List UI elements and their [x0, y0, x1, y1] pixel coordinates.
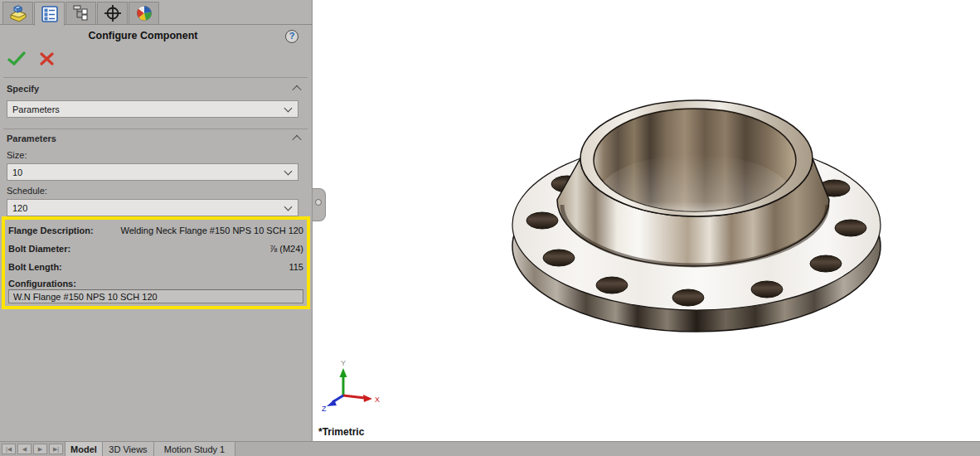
tab-nav-buttons: |◀ ◀ ▶ ▶|	[2, 444, 63, 454]
section-specify-label: Specify	[7, 84, 39, 94]
schedule-label: Schedule:	[7, 186, 47, 196]
configurations-label: Configurations:	[8, 279, 76, 289]
flange-description-row: Flange Description: Welding Neck Flange …	[8, 222, 303, 239]
last-tab-button[interactable]: ▶|	[49, 444, 63, 454]
bolt-length-label: Bolt Length:	[8, 262, 62, 272]
bolt-diameter-value: ⅞ (M24)	[269, 244, 303, 254]
next-tab-button[interactable]: ▶	[33, 444, 47, 454]
specify-dropdown[interactable]: Parameters	[7, 100, 298, 118]
display-sphere-icon	[135, 4, 153, 22]
tab-model[interactable]: Model	[65, 442, 103, 456]
bottom-tab-bar: |◀ ◀ ▶ ▶| Model 3D Views Motion Study 1	[0, 441, 980, 456]
chevron-down-icon	[284, 203, 293, 211]
help-button[interactable]: ?	[285, 30, 298, 43]
check-icon	[7, 51, 26, 66]
property-manager-panel: Configure Component ? Specify Parameters…	[0, 0, 313, 441]
flange-render: Y X Z	[313, 0, 980, 441]
prev-tab-button[interactable]: ◀	[17, 444, 32, 454]
bolt-length-value: 115	[289, 262, 303, 272]
first-tab-button[interactable]: |◀	[2, 444, 16, 454]
section-parameters[interactable]: Parameters	[7, 133, 303, 143]
section-parameters-label: Parameters	[7, 133, 56, 143]
bolt-length-row: Bolt Length: 115	[8, 259, 303, 275]
page-title: Configure Component	[0, 30, 286, 41]
target-icon	[104, 4, 122, 22]
divider	[3, 77, 308, 78]
tab-feature-manager[interactable]	[2, 2, 33, 24]
triad-y-label: Y	[341, 359, 346, 367]
flange-description-label: Flange Description:	[8, 226, 94, 235]
manager-tab-strip	[0, 0, 313, 25]
flange-model	[512, 100, 881, 332]
bolt-diameter-row: Bolt Diameter: ⅞ (M24)	[8, 240, 303, 257]
tab-3d-views[interactable]: 3D Views	[103, 442, 154, 456]
specify-dropdown-value: Parameters	[12, 104, 60, 114]
view-orientation-label: *Trimetric	[318, 426, 364, 438]
size-label: Size:	[7, 150, 27, 160]
tab-configuration-manager[interactable]	[65, 2, 96, 24]
flange-description-value: Welding Neck Flange #150 NPS 10 SCH 120	[120, 226, 303, 235]
orientation-triad: Y X Z	[322, 359, 380, 413]
solidworks-window: { "colors": { "highlight": "#ffe400", "o…	[0, 0, 980, 456]
tab-motion-study-1[interactable]: Motion Study 1	[154, 442, 235, 456]
ok-button[interactable]	[7, 50, 27, 68]
tab-dimxpert-manager[interactable]	[97, 2, 128, 24]
schedule-dropdown-value: 120	[12, 203, 27, 213]
highlight-box: Flange Description: Welding Neck Flange …	[2, 216, 310, 309]
tab-property-manager[interactable]	[34, 2, 65, 26]
close-icon	[40, 52, 54, 65]
cancel-button[interactable]	[36, 50, 56, 68]
size-dropdown[interactable]: 10	[7, 163, 298, 181]
pin-circle-icon	[315, 199, 322, 206]
configuration-tree-icon	[72, 5, 90, 22]
tab-display-manager[interactable]	[129, 2, 159, 24]
configurations-input[interactable]: W.N Flange #150 NPS 10 SCH 120	[8, 289, 303, 303]
triad-z-label: Z	[322, 405, 327, 413]
section-specify[interactable]: Specify	[7, 84, 303, 94]
panel-flyout-handle[interactable]	[313, 188, 326, 221]
size-dropdown-value: 10	[12, 167, 22, 177]
bolt-diameter-label: Bolt Diameter:	[8, 244, 70, 254]
chevron-up-icon	[292, 135, 301, 144]
triad-x-label: X	[375, 395, 380, 404]
part-icon	[8, 4, 28, 22]
graphics-viewport[interactable]: Y X Z *Trimetric	[313, 0, 980, 441]
schedule-dropdown[interactable]: 120	[7, 199, 298, 216]
chevron-down-icon	[284, 167, 293, 176]
property-list-icon	[41, 6, 59, 22]
divider	[3, 129, 308, 129]
chevron-down-icon	[284, 104, 293, 113]
chevron-up-icon	[292, 85, 301, 95]
